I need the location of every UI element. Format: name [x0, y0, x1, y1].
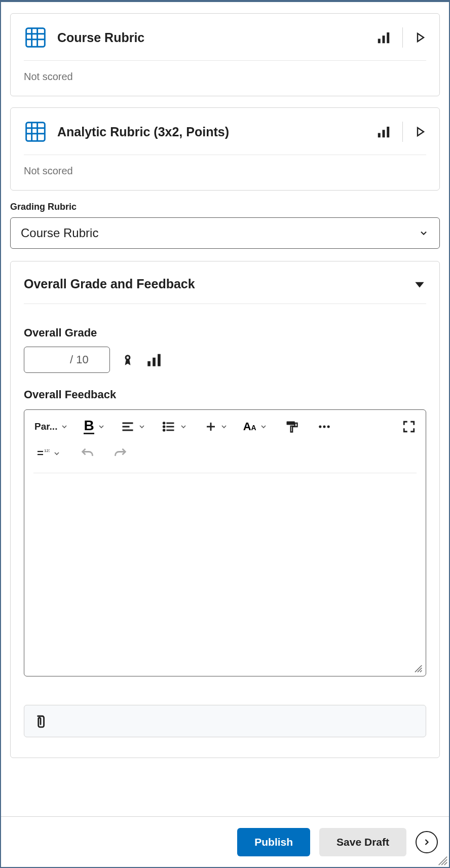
- stats-icon[interactable]: [376, 30, 391, 45]
- grade-input-wrap: / 10: [24, 347, 110, 373]
- rubric-actions: [376, 27, 426, 48]
- divider: [24, 60, 426, 61]
- bold-dropdown[interactable]: B: [83, 417, 106, 436]
- svg-line-46: [441, 859, 447, 865]
- divider: [402, 27, 403, 48]
- svg-line-44: [420, 670, 422, 672]
- ellipsis-icon: [317, 420, 331, 434]
- next-button[interactable]: [416, 831, 438, 853]
- grade-max: / 10: [70, 353, 89, 366]
- svg-rect-14: [378, 133, 381, 138]
- list-icon: [161, 420, 176, 434]
- grading-rubric-label: Grading Rubric: [10, 202, 440, 212]
- window-resize-icon: [437, 855, 448, 866]
- resize-handle-icon[interactable]: [413, 663, 423, 673]
- paragraph-style-dropdown[interactable]: Par...: [33, 419, 69, 434]
- svg-rect-22: [153, 358, 156, 366]
- rubric-status: Not scored: [24, 165, 426, 177]
- bold-icon: B: [84, 419, 94, 434]
- rubric-actions: [376, 122, 426, 142]
- fullscreen-button[interactable]: [401, 418, 417, 435]
- divider: [24, 304, 426, 304]
- svg-point-29: [163, 426, 165, 428]
- svg-line-47: [444, 862, 447, 865]
- insert-dropdown[interactable]: [204, 419, 229, 435]
- save-draft-button[interactable]: Save Draft: [319, 828, 406, 856]
- feedback-textarea[interactable]: [24, 473, 426, 676]
- publish-button[interactable]: Publish: [237, 828, 310, 856]
- paperclip-icon: [33, 713, 47, 729]
- svg-marker-18: [415, 282, 424, 287]
- rubric-card: Course Rubric Not scored: [10, 13, 440, 96]
- list-dropdown[interactable]: [160, 418, 189, 436]
- stats-icon[interactable]: [145, 351, 163, 368]
- svg-marker-8: [418, 33, 424, 42]
- svg-rect-15: [383, 130, 385, 137]
- svg-point-36: [319, 426, 321, 428]
- svg-rect-21: [147, 361, 151, 366]
- equation-dropdown[interactable]: 123: [33, 445, 62, 462]
- svg-point-27: [163, 423, 165, 424]
- plus-icon: [205, 421, 217, 433]
- rubric-grid-icon: [24, 120, 47, 143]
- redo-icon: [114, 446, 128, 461]
- grading-rubric-select-wrap: Course Rubric: [10, 217, 440, 249]
- divider: [402, 122, 403, 142]
- footer: Publish Save Draft: [1, 816, 449, 867]
- editor-toolbar-row2: 123: [24, 439, 426, 470]
- expand-triangle-icon[interactable]: [414, 124, 426, 139]
- redo-button[interactable]: [113, 444, 129, 463]
- grade-row: / 10: [24, 347, 426, 373]
- svg-point-20: [127, 356, 129, 359]
- rubric-header: Course Rubric: [24, 26, 426, 49]
- grading-rubric-select[interactable]: Course Rubric: [10, 217, 440, 249]
- more-button[interactable]: [316, 418, 332, 436]
- fullscreen-icon: [402, 420, 416, 433]
- attachment-bar[interactable]: [24, 705, 426, 737]
- format-painter-icon: [285, 420, 299, 434]
- align-left-icon: [121, 420, 135, 434]
- rubric-title: Analytic Rubric (3x2, Points): [57, 125, 366, 139]
- svg-rect-23: [158, 354, 161, 366]
- paragraph-label: Par...: [34, 421, 57, 432]
- divider: [24, 155, 426, 155]
- rubric-header: Analytic Rubric (3x2, Points): [24, 120, 426, 143]
- svg-text:123: 123: [44, 448, 50, 453]
- svg-point-37: [323, 426, 325, 428]
- font-size-icon: AA: [243, 420, 256, 433]
- svg-rect-7: [387, 32, 389, 43]
- rubric-title: Course Rubric: [57, 30, 366, 45]
- undo-button[interactable]: [79, 444, 95, 463]
- format-painter-button[interactable]: [284, 418, 300, 436]
- rubric-status: Not scored: [24, 71, 426, 83]
- svg-rect-6: [383, 35, 385, 43]
- svg-rect-16: [387, 127, 389, 137]
- panel-header[interactable]: Overall Grade and Feedback: [24, 277, 426, 291]
- svg-marker-17: [418, 128, 424, 136]
- svg-rect-9: [26, 123, 45, 141]
- panel-title: Overall Grade and Feedback: [24, 277, 195, 291]
- ribbon-icon[interactable]: [121, 351, 134, 368]
- grade-input[interactable]: [31, 353, 67, 366]
- chevron-right-icon: [422, 837, 432, 847]
- svg-rect-5: [378, 39, 381, 44]
- editor-toolbar: Par... B: [24, 410, 426, 439]
- undo-icon: [80, 446, 94, 461]
- svg-point-38: [327, 426, 329, 428]
- collapse-triangle-icon[interactable]: [413, 278, 426, 291]
- svg-rect-0: [26, 28, 45, 47]
- rubric-card: Analytic Rubric (3x2, Points) Not scored: [10, 107, 440, 191]
- align-dropdown[interactable]: [120, 418, 147, 436]
- overall-grade-label: Overall Grade: [24, 326, 426, 339]
- expand-triangle-icon[interactable]: [414, 30, 426, 45]
- rubric-grid-icon: [24, 26, 47, 49]
- stats-icon[interactable]: [376, 124, 391, 139]
- equation-icon: 123: [34, 447, 50, 460]
- feedback-editor: Par... B: [24, 409, 426, 676]
- overall-panel: Overall Grade and Feedback Overall Grade…: [10, 261, 440, 758]
- font-dropdown[interactable]: AA: [242, 418, 269, 435]
- svg-rect-35: [286, 422, 294, 425]
- overall-feedback-label: Overall Feedback: [24, 388, 426, 401]
- svg-point-31: [163, 430, 165, 431]
